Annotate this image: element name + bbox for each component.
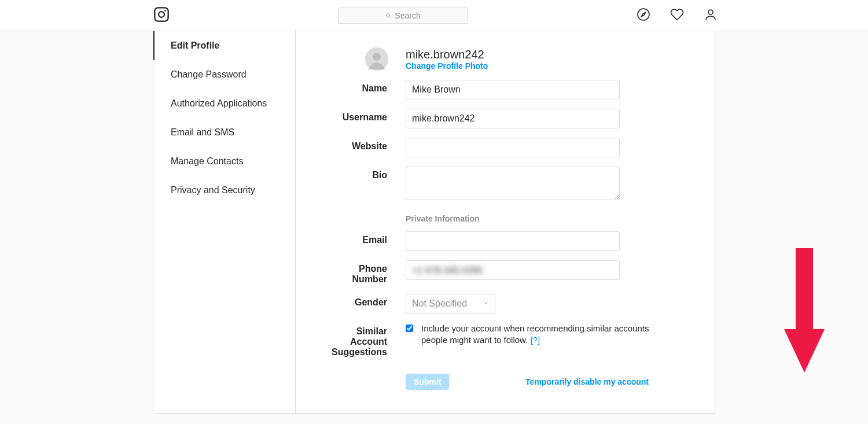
svg-marker-6 — [641, 12, 646, 17]
search-placeholder: Search — [395, 11, 420, 20]
submit-button[interactable]: Submit — [406, 374, 449, 390]
sidebar-item-edit-profile[interactable]: Edit Profile — [153, 31, 295, 60]
phone-input[interactable]: +1 678-345-0295 — [406, 261, 619, 281]
edit-profile-form: mike.brown242 Change Profile Photo Name … — [296, 31, 715, 413]
email-label: Email — [330, 231, 406, 245]
sidebar-item-manage-contacts[interactable]: Manage Contacts — [153, 147, 295, 176]
svg-point-5 — [638, 9, 649, 20]
activity-heart-icon[interactable] — [670, 8, 684, 24]
name-input[interactable] — [406, 80, 620, 99]
top-nav: Search — [0, 0, 868, 31]
temporarily-disable-account-link[interactable]: Temporarily disable my account — [525, 377, 649, 386]
sidebar-item-authorized-applications[interactable]: Authorized Applications — [153, 89, 295, 118]
sidebar-item-change-password[interactable]: Change Password — [153, 60, 295, 89]
annotation-arrow-icon — [784, 248, 825, 375]
svg-line-4 — [389, 16, 391, 17]
profile-username: mike.brown242 — [406, 47, 488, 61]
svg-point-1 — [159, 12, 164, 17]
bio-input[interactable] — [406, 167, 620, 200]
email-input[interactable] — [406, 231, 620, 251]
similar-accounts-description: Include your account when recommending s… — [421, 323, 654, 346]
phone-label: Phone Number — [330, 260, 406, 285]
help-link[interactable]: [?] — [530, 335, 540, 345]
gender-label: Gender — [330, 294, 406, 308]
instagram-logo-icon[interactable] — [153, 6, 170, 25]
bio-label: Bio — [330, 167, 406, 180]
svg-point-9 — [373, 53, 381, 61]
name-label: Name — [330, 80, 406, 94]
gender-select[interactable] — [406, 294, 495, 314]
change-profile-photo-link[interactable]: Change Profile Photo — [406, 61, 488, 71]
explore-icon[interactable] — [637, 8, 650, 24]
sidebar-item-email-and-sms[interactable]: Email and SMS — [153, 118, 295, 147]
avatar[interactable] — [365, 47, 388, 71]
website-input[interactable] — [406, 138, 620, 157]
svg-rect-0 — [155, 8, 168, 21]
svg-point-3 — [387, 13, 390, 17]
search-input[interactable]: Search — [338, 8, 468, 24]
website-label: Website — [330, 138, 406, 152]
sidebar-item-privacy-and-security[interactable]: Privacy and Security — [153, 176, 295, 205]
settings-panel: Edit Profile Change Password Authorized … — [153, 31, 715, 414]
similar-accounts-label: Similar Account Suggestions — [330, 323, 406, 357]
username-input[interactable] — [406, 109, 620, 128]
settings-sidebar: Edit Profile Change Password Authorized … — [153, 31, 296, 413]
private-information-heading: Private Information — [406, 214, 680, 223]
svg-point-7 — [708, 10, 713, 14]
profile-icon[interactable] — [704, 8, 718, 24]
similar-accounts-checkbox[interactable] — [406, 325, 413, 332]
svg-point-2 — [164, 10, 166, 12]
username-label: Username — [330, 109, 406, 123]
